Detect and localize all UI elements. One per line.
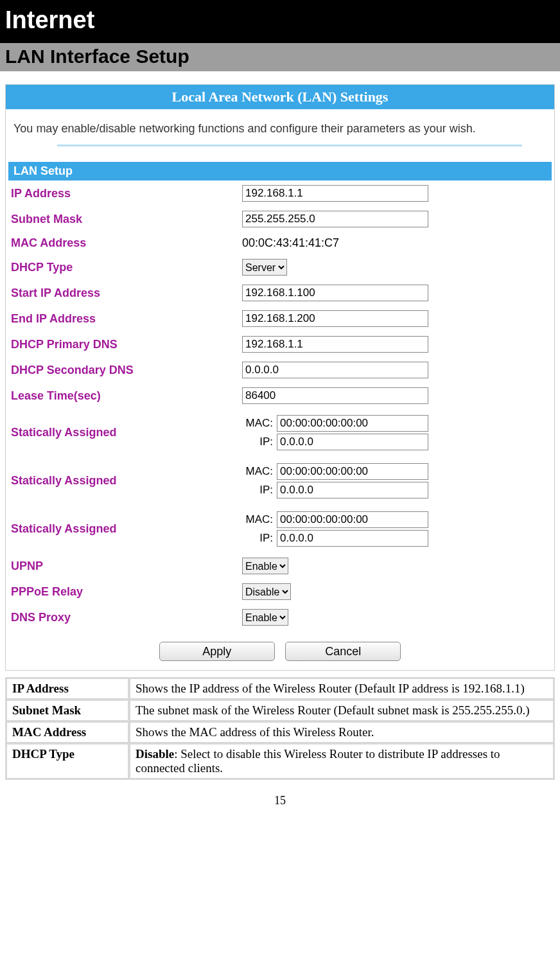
static1-ip-input[interactable]: [277, 434, 428, 450]
lan-form-table: IP Address Subnet Mask MAC Address 00:0C…: [6, 181, 554, 630]
desc-val-subnet: The subnet mask of the Wireless Router (…: [130, 700, 554, 721]
subnet-mask-input[interactable]: [242, 211, 428, 227]
label-mac-address: MAC Address: [6, 232, 237, 254]
label-static1-mac: MAC:: [242, 417, 273, 430]
label-secondary-dns: DHCP Secondary DNS: [6, 357, 237, 383]
dns-proxy-select[interactable]: Enable: [242, 609, 288, 626]
label-static1-ip: IP:: [242, 436, 273, 448]
lan-settings-panel: Local Area Network (LAN) Settings You ma…: [5, 84, 555, 671]
divider: [57, 145, 522, 146]
apply-button[interactable]: Apply: [159, 642, 275, 661]
panel-description: You may enable/disable networking functi…: [6, 109, 554, 139]
dhcp-type-select[interactable]: Server: [242, 259, 287, 276]
upnp-select[interactable]: Enable: [242, 558, 288, 574]
static3-mac-input[interactable]: [277, 511, 428, 528]
lease-time-input[interactable]: [242, 387, 428, 404]
static2-mac-input[interactable]: [277, 463, 428, 480]
label-lease-time: Lease Time(sec): [6, 383, 237, 409]
desc-key-subnet: Subnet Mask: [6, 700, 128, 721]
table-row: Subnet Mask The subnet mask of the Wirel…: [6, 700, 554, 721]
panel-title: Local Area Network (LAN) Settings: [6, 85, 554, 109]
desc-val-dhcp: Disable: Select to disable this Wireless…: [130, 744, 554, 779]
desc-val-mac: Shows the MAC address of this Wireless R…: [130, 722, 554, 743]
label-static2-ip: IP:: [242, 484, 273, 497]
ip-address-input[interactable]: [242, 185, 428, 202]
label-static-3: Statically Assigned: [6, 505, 237, 553]
page-title-main: Internet: [0, 0, 560, 43]
label-start-ip: Start IP Address: [6, 280, 237, 306]
label-static-1: Statically Assigned: [6, 409, 237, 457]
page-title-sub: LAN Interface Setup: [0, 43, 560, 71]
table-row: MAC Address Shows the MAC address of thi…: [6, 722, 554, 743]
cancel-button[interactable]: Cancel: [285, 642, 401, 661]
label-static3-mac: MAC:: [242, 513, 273, 526]
static1-mac-input[interactable]: [277, 415, 428, 432]
desc-key-ip: IP Address: [6, 678, 128, 699]
mac-address-value: 00:0C:43:41:41:C7: [237, 232, 554, 254]
page-number: 15: [0, 794, 560, 807]
primary-dns-input[interactable]: [242, 336, 428, 353]
label-end-ip: End IP Address: [6, 306, 237, 331]
label-pppoe-relay: PPPoE Relay: [6, 579, 237, 604]
desc-key-mac: MAC Address: [6, 722, 128, 743]
static2-ip-input[interactable]: [277, 482, 428, 498]
label-upnp: UPNP: [6, 553, 237, 579]
start-ip-input[interactable]: [242, 285, 428, 301]
description-table: IP Address Shows the IP address of the W…: [5, 677, 555, 780]
label-ip-address: IP Address: [6, 181, 237, 206]
pppoe-relay-select[interactable]: Disable: [242, 583, 291, 600]
end-ip-input[interactable]: [242, 310, 428, 327]
desc-val-ip: Shows the IP address of the Wireless Rou…: [130, 678, 554, 699]
table-row: IP Address Shows the IP address of the W…: [6, 678, 554, 699]
label-primary-dns: DHCP Primary DNS: [6, 331, 237, 357]
label-static2-mac: MAC:: [242, 465, 273, 478]
button-row: Apply Cancel: [6, 630, 554, 670]
desc-key-dhcp: DHCP Type: [6, 744, 128, 779]
label-dhcp-type: DHCP Type: [6, 254, 237, 280]
label-subnet-mask: Subnet Mask: [6, 206, 237, 232]
secondary-dns-input[interactable]: [242, 362, 428, 378]
label-dns-proxy: DNS Proxy: [6, 604, 237, 630]
group-title-lan-setup: LAN Setup: [8, 162, 552, 181]
label-static-2: Statically Assigned: [6, 457, 237, 505]
static3-ip-input[interactable]: [277, 530, 428, 547]
label-static3-ip: IP:: [242, 532, 273, 545]
table-row: DHCP Type Disable: Select to disable thi…: [6, 744, 554, 779]
